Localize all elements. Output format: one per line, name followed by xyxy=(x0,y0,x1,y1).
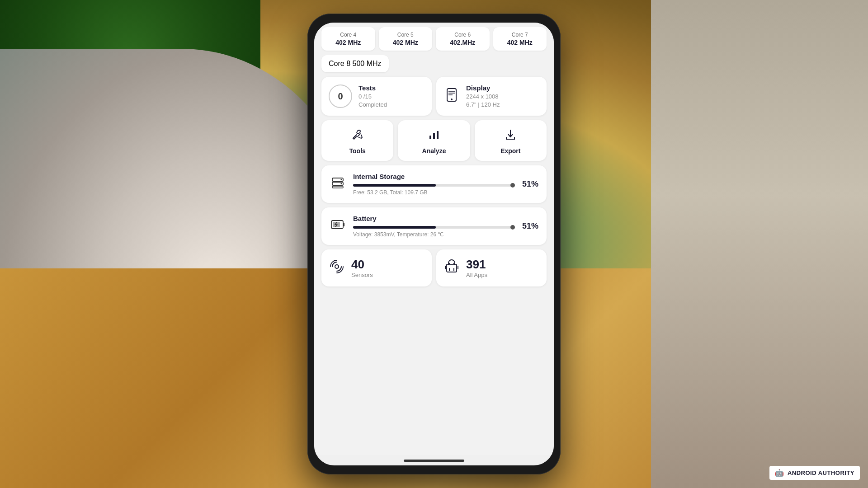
battery-percent: 51% xyxy=(522,221,538,231)
tests-circle: 0 xyxy=(329,84,352,108)
phone-frame: Core 4 402 MHz Core 5 402 MHz Core 6 402… xyxy=(307,14,561,474)
tests-text: Tests 0 /15 Completed xyxy=(359,84,387,108)
core-6-chip: Core 6 402.MHz xyxy=(436,27,490,51)
storage-progress-bar xyxy=(353,184,515,187)
analyze-label: Analyze xyxy=(422,147,446,155)
tools-button[interactable]: Tools xyxy=(321,120,393,161)
svg-rect-15 xyxy=(343,223,344,226)
svg-rect-6 xyxy=(429,136,431,139)
svg-line-5 xyxy=(358,134,360,136)
sensors-icon xyxy=(329,258,345,278)
display-specs: 6.7" | 120 Hz xyxy=(466,101,500,108)
core-4-freq: 402 MHz xyxy=(325,39,372,46)
info-cards-row: 0 Tests 0 /15 Completed xyxy=(321,77,547,116)
svg-rect-8 xyxy=(437,131,439,139)
sensors-label: Sensors xyxy=(351,272,373,278)
core-6-label: Core 6 xyxy=(439,32,486,38)
android-logo: 🤖 xyxy=(775,469,784,477)
core-5-freq: 402 MHz xyxy=(382,39,429,46)
storage-title: Internal Storage xyxy=(353,173,515,180)
core-6-freq: 402.MHz xyxy=(439,39,486,46)
storage-icon xyxy=(330,174,346,194)
android-icon xyxy=(443,258,460,278)
core-5-label: Core 5 xyxy=(382,32,429,38)
screen-content: Core 4 402 MHz Core 5 402 MHz Core 6 402… xyxy=(314,23,554,455)
svg-rect-7 xyxy=(433,133,435,139)
watermark-label: ANDROID AUTHORITY xyxy=(788,469,854,476)
core-4-chip: Core 4 402 MHz xyxy=(321,27,375,51)
sensors-card[interactable]: 40 Sensors xyxy=(321,249,432,286)
core-8-freq: 500 MHz xyxy=(352,60,381,67)
sensors-count: 40 xyxy=(351,258,373,272)
apps-count: 391 xyxy=(466,258,487,272)
tests-count: 0 /15 xyxy=(359,93,372,100)
background-right xyxy=(651,0,868,488)
tests-card[interactable]: 0 Tests 0 /15 Completed xyxy=(321,77,432,116)
battery-title: Battery xyxy=(353,215,515,222)
storage-percent: 51% xyxy=(522,179,538,189)
apps-label: All Apps xyxy=(466,272,487,278)
core-7-label: Core 7 xyxy=(497,32,543,38)
analyze-button[interactable]: Analyze xyxy=(398,120,470,161)
core-8-label: Core 8 xyxy=(329,60,350,67)
internal-storage-card[interactable]: Internal Storage Free: 53.2 GB, Total: 1… xyxy=(321,165,547,203)
battery-progress-fill xyxy=(353,226,436,229)
apps-content: 391 All Apps xyxy=(466,258,487,278)
display-card[interactable]: Display 2244 x 1008 6.7" | 120 Hz xyxy=(436,77,547,116)
battery-progress-bar xyxy=(353,226,515,229)
storage-progress-fill xyxy=(353,184,436,187)
tools-icon xyxy=(351,128,364,144)
sensors-content: 40 Sensors xyxy=(351,258,373,278)
phone-screen: Core 4 402 MHz Core 5 402 MHz Core 6 402… xyxy=(314,23,554,465)
tests-title: Tests xyxy=(359,84,376,92)
display-resolution: 2244 x 1008 xyxy=(466,93,499,100)
core-8-chip: Core 8 500 MHz xyxy=(321,55,389,72)
android-authority-watermark: 🤖 ANDROID AUTHORITY xyxy=(769,466,860,480)
apps-card[interactable]: 391 All Apps xyxy=(436,249,547,286)
svg-rect-11 xyxy=(332,186,343,188)
display-title: Display xyxy=(466,84,490,92)
svg-point-18 xyxy=(449,263,450,263)
battery-card[interactable]: Battery Voltage: 3853mV, Temperature: 26… xyxy=(321,207,547,245)
core-8-row: Core 8 500 MHz xyxy=(321,55,547,72)
svg-point-19 xyxy=(453,263,454,263)
storage-sub: Free: 53.2 GB, Total: 109.7 GB xyxy=(353,189,515,196)
battery-icon xyxy=(330,216,346,236)
svg-point-12 xyxy=(341,179,342,180)
core-5-chip: Core 5 402 MHz xyxy=(379,27,433,51)
core-7-chip: Core 7 402 MHz xyxy=(493,27,547,51)
display-text: Display 2244 x 1008 6.7" | 120 Hz xyxy=(466,84,500,108)
export-label: Export xyxy=(500,147,520,155)
home-indicator[interactable] xyxy=(404,460,464,462)
svg-point-13 xyxy=(341,183,342,184)
battery-content: Battery Voltage: 3853mV, Temperature: 26… xyxy=(353,215,515,238)
actions-row: Tools Analyze xyxy=(321,120,547,161)
tools-label: Tools xyxy=(349,147,366,155)
core-7-freq: 402 MHz xyxy=(497,39,543,46)
battery-sub: Voltage: 3853mV, Temperature: 26 ℃ xyxy=(353,231,515,238)
export-icon xyxy=(504,128,517,144)
export-button[interactable]: Export xyxy=(475,120,547,161)
battery-progress-dot xyxy=(510,225,515,230)
svg-point-4 xyxy=(451,99,453,100)
display-icon xyxy=(443,87,460,106)
storage-progress-dot xyxy=(510,183,515,188)
stats-row: 40 Sensors xyxy=(321,249,547,286)
core-4-label: Core 4 xyxy=(325,32,372,38)
analyze-icon xyxy=(428,128,440,144)
tests-sub: Completed xyxy=(359,101,387,108)
svg-point-17 xyxy=(335,265,339,268)
storage-content: Internal Storage Free: 53.2 GB, Total: 1… xyxy=(353,173,515,196)
cpu-cores-row: Core 4 402 MHz Core 5 402 MHz Core 6 402… xyxy=(321,23,547,51)
